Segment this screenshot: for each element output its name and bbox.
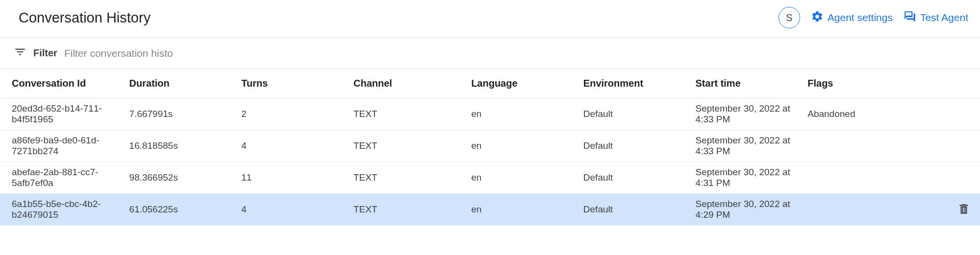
table-row[interactable]: abefae-2ab-881-cc7-5afb7ef0a98.366952s11…	[0, 162, 980, 194]
col-header-environment[interactable]: Environment	[578, 69, 690, 98]
cell-actions	[948, 98, 980, 130]
col-header-turns[interactable]: Turns	[235, 69, 348, 98]
col-header-channel[interactable]: Channel	[348, 69, 465, 98]
cell-channel: TEXT	[348, 98, 465, 130]
cell-turns: 4	[235, 130, 348, 162]
filter-icon[interactable]	[14, 46, 26, 61]
cell-flags	[802, 194, 947, 226]
table-header-row: Conversation Id Duration Turns Channel L…	[0, 69, 980, 98]
cell-environment: Default	[578, 162, 690, 194]
table-row[interactable]: 6a1b55-b5e-cbc-4b2-b2467901561.056225s4T…	[0, 194, 980, 226]
cell-environment: Default	[578, 130, 690, 162]
cell-turns: 2	[235, 98, 348, 130]
cell-flags	[802, 162, 947, 194]
col-header-id[interactable]: Conversation Id	[0, 69, 124, 98]
cell-language: en	[465, 194, 578, 226]
table-row[interactable]: 20ed3d-652-b14-711-b4f5f19657.667991s2TE…	[0, 98, 980, 130]
cell-duration: 7.667991s	[124, 98, 236, 130]
col-header-language[interactable]: Language	[465, 69, 578, 98]
cell-channel: TEXT	[348, 162, 465, 194]
cell-duration: 61.056225s	[124, 194, 236, 226]
cell-start_time: September 30, 2022 at 4:31 PM	[690, 162, 802, 194]
cell-language: en	[465, 98, 578, 130]
cell-start_time: September 30, 2022 at 4:33 PM	[690, 98, 802, 130]
cell-channel: TEXT	[348, 194, 465, 226]
col-header-actions	[948, 69, 980, 98]
filter-label: Filter	[33, 47, 57, 59]
cell-id: a86fe9-ba9-de0-61d-7271bb274	[0, 130, 124, 162]
test-agent-label: Test Agent	[920, 12, 968, 23]
cell-language: en	[465, 130, 578, 162]
col-header-flags[interactable]: Flags	[802, 69, 947, 98]
agent-settings-label: Agent settings	[828, 12, 893, 23]
trash-icon	[957, 203, 970, 217]
cell-id: abefae-2ab-881-cc7-5afb7ef0a	[0, 162, 124, 194]
cell-start_time: September 30, 2022 at 4:33 PM	[690, 130, 802, 162]
cell-flags: Abandoned	[802, 98, 947, 130]
col-header-duration[interactable]: Duration	[124, 69, 236, 98]
agent-settings-button[interactable]: Agent settings	[811, 10, 893, 25]
cell-language: en	[465, 162, 578, 194]
cell-actions	[948, 130, 980, 162]
header-actions: S Agent settings Test Agent	[779, 7, 968, 28]
chat-icon	[904, 10, 916, 25]
cell-duration: 16.818585s	[124, 130, 236, 162]
table-row[interactable]: a86fe9-ba9-de0-61d-7271bb27416.818585s4T…	[0, 130, 980, 162]
cell-id: 6a1b55-b5e-cbc-4b2-b24679015	[0, 194, 124, 226]
cell-actions	[948, 194, 980, 226]
test-agent-button[interactable]: Test Agent	[904, 10, 968, 25]
filter-bar: Filter	[0, 38, 980, 69]
conversation-table: Conversation Id Duration Turns Channel L…	[0, 69, 980, 226]
cell-environment: Default	[578, 194, 690, 226]
cell-turns: 11	[235, 162, 348, 194]
delete-button[interactable]	[955, 201, 972, 219]
cell-id: 20ed3d-652-b14-711-b4f5f1965	[0, 98, 124, 130]
cell-start_time: September 30, 2022 at 4:29 PM	[690, 194, 802, 226]
cell-environment: Default	[578, 98, 690, 130]
avatar[interactable]: S	[779, 7, 800, 28]
page-title: Conversation History	[19, 10, 151, 26]
gear-icon	[811, 10, 824, 25]
avatar-letter: S	[786, 12, 792, 23]
cell-channel: TEXT	[348, 130, 465, 162]
filter-input[interactable]	[64, 47, 192, 59]
cell-actions	[948, 162, 980, 194]
cell-flags	[802, 130, 947, 162]
col-header-start-time[interactable]: Start time	[690, 69, 802, 98]
cell-turns: 4	[235, 194, 348, 226]
cell-duration: 98.366952s	[124, 162, 236, 194]
page-header: Conversation History S Agent settings Te…	[0, 0, 980, 38]
